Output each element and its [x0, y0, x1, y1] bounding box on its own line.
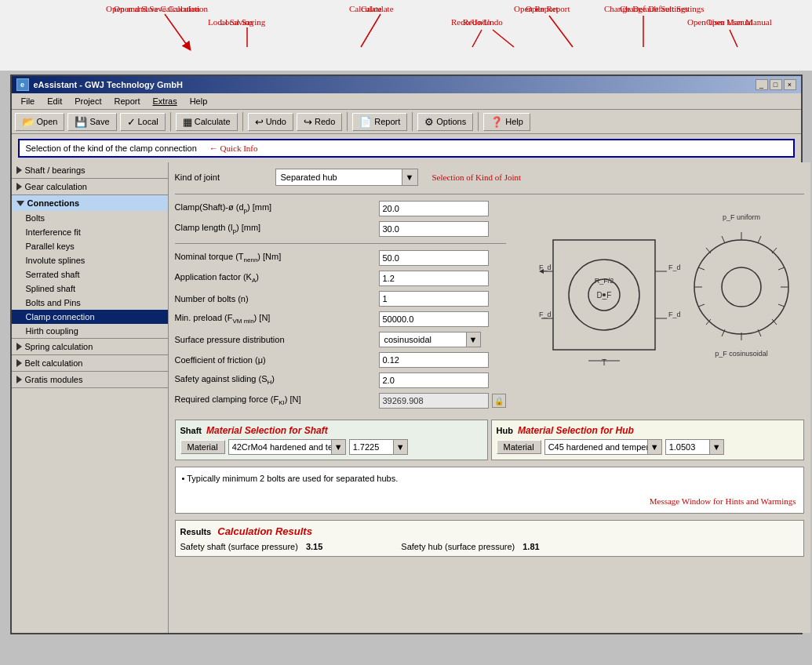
preload-label: Min. preload (FVM min) [N] — [175, 313, 379, 325]
sidebar-item-hirth[interactable]: Hirth coupling — [12, 324, 168, 338]
svg-text:R_F/2: R_F/2 — [594, 277, 614, 285]
surface-dropdown-arrow: ▼ — [469, 335, 478, 344]
hub-material-dropdown-btn[interactable]: ▼ — [647, 440, 661, 454]
redo-button[interactable]: ↪ Redo — [297, 113, 342, 131]
diagram-svg: D_F F_d F_d F_d F_d T — [522, 201, 804, 373]
minimize-button[interactable]: _ — [756, 79, 768, 90]
menu-file[interactable]: File — [15, 95, 42, 107]
app-factor-input[interactable] — [379, 271, 489, 286]
sidebar-item-parallel-keys[interactable]: Parallel keys — [12, 239, 168, 253]
lock-icon[interactable]: 🔒 — [492, 394, 506, 408]
sidebar-item-involute[interactable]: Involute splines — [12, 253, 168, 267]
local-button[interactable]: ✓ Local — [120, 113, 166, 131]
kind-of-joint-select[interactable]: Separated hub ▼ — [275, 169, 418, 186]
hub-material-code-select[interactable]: 1.0503 ▼ — [665, 439, 724, 455]
form-row-surface: Surface pressure distribution cosinusoid… — [175, 332, 506, 347]
svg-point-25 — [722, 267, 761, 307]
quick-info-container: Selection of the kind of the clamp conne… — [12, 134, 801, 162]
sidebar-header-shaft[interactable]: Shaft / bearings — [12, 162, 168, 178]
svg-line-41 — [722, 236, 725, 243]
options-button[interactable]: ⚙ Options — [417, 113, 473, 131]
sidebar: Shaft / bearings Gear calculation Connec… — [12, 162, 169, 633]
kind-of-joint-dropdown-btn[interactable]: ▼ — [402, 169, 417, 185]
sidebar-item-bolts[interactable]: Bolts — [12, 211, 168, 225]
result-hub: Safety hub (surface pressure) 1.81 — [401, 542, 539, 551]
sidebar-item-interference[interactable]: Interference fit — [12, 225, 168, 239]
sidebar-section-gear: Gear calculation — [12, 179, 168, 195]
clamping-label: Required clamping force (FKI) [N] — [175, 394, 379, 406]
hints-container: • Typically minimum 2 bolts are used for… — [175, 467, 804, 514]
quick-info-text: Selection of the kind of the clamp conne… — [26, 144, 197, 153]
sidebar-header-connections[interactable]: Connections — [12, 195, 168, 211]
hub-code-dropdown-btn[interactable]: ▼ — [709, 440, 723, 454]
sidebar-item-bolts-pins[interactable]: Bolts and Pins — [12, 296, 168, 310]
hub-material-select[interactable]: C45 hardened and temper... ▼ — [544, 439, 662, 455]
close-button[interactable]: × — [784, 79, 796, 90]
form-section: Clamp(Shaft)-ø (dp) [mm] Clamp length (l… — [175, 201, 804, 413]
form-row-app-factor: Application factor (KA) — [175, 271, 506, 286]
shaft-material-button[interactable]: Material — [180, 440, 225, 454]
shaft-material-code-select[interactable]: 1.7225 ▼ — [349, 439, 408, 455]
svg-text:F_d: F_d — [668, 311, 681, 318]
undo-label: Undo — [266, 117, 286, 126]
hints-text: • Typically minimum 2 bolts are used for… — [182, 474, 399, 483]
menu-edit[interactable]: Edit — [41, 95, 68, 107]
shaft-material-dropdown-btn[interactable]: ▼ — [331, 440, 345, 454]
surface-value: cosinusoidal — [380, 333, 466, 346]
clamp-diameter-input[interactable] — [379, 201, 489, 216]
svg-line-40 — [706, 248, 711, 253]
open-button[interactable]: 📂 Open — [15, 113, 65, 131]
svg-line-37 — [698, 304, 705, 307]
hub-material-row: Material C45 hardened and temper... ▼ 1.… — [497, 439, 799, 455]
shaft-title-label: Shaft — [180, 426, 202, 435]
triangle-right-icon-gear — [16, 183, 22, 191]
maximize-button[interactable]: □ — [770, 79, 782, 90]
svg-line-5 — [549, 16, 573, 47]
save-button[interactable]: 💾 Save — [67, 113, 116, 131]
diagram-area: D_F F_d F_d F_d F_d T — [522, 201, 804, 373]
bolts-input[interactable] — [379, 291, 489, 307]
preload-input[interactable] — [379, 311, 489, 327]
sidebar-header-gratis[interactable]: Gratis modules — [12, 372, 168, 387]
title-bar-controls[interactable]: _ □ × — [756, 79, 796, 90]
menu-extras[interactable]: Extras — [146, 95, 183, 107]
friction-input[interactable] — [379, 352, 489, 368]
menu-report[interactable]: Report — [107, 95, 146, 107]
help-label: Help — [505, 117, 523, 126]
shaft-material-select[interactable]: 42CrMo4 hardened and te... ▼ — [228, 439, 346, 455]
sidebar-item-clamp[interactable]: Clamp connection — [12, 310, 168, 324]
shaft-code-dropdown-btn[interactable]: ▼ — [393, 440, 407, 454]
sidebar-label-belt: Belt calculation — [25, 358, 83, 368]
svg-line-0 — [165, 14, 188, 47]
torque-input[interactable] — [379, 250, 489, 266]
svg-text:p_F uniform: p_F uniform — [722, 213, 759, 221]
sidebar-header-belt[interactable]: Belt calculation — [12, 355, 168, 371]
menu-project[interactable]: Project — [68, 95, 107, 107]
menu-help[interactable]: Help — [184, 95, 214, 107]
hub-material-value: C45 hardened and temper... — [545, 441, 647, 453]
surface-select[interactable]: cosinusoidal ▼ — [379, 332, 481, 347]
ann-redo-undo-text: Redo/Undo — [451, 17, 491, 27]
safety-input[interactable] — [379, 372, 489, 388]
open-label: Open — [37, 117, 58, 126]
report-label: Report — [374, 117, 400, 126]
form-row-clamp-diameter: Clamp(Shaft)-ø (dp) [mm] — [175, 201, 506, 216]
separator-1 — [175, 194, 804, 194]
undo-button[interactable]: ↩ Undo — [248, 113, 293, 131]
help-button[interactable]: ❓ Help — [483, 113, 530, 131]
report-button[interactable]: 📄 Report — [352, 113, 407, 131]
sidebar-header-gear[interactable]: Gear calculation — [12, 179, 168, 194]
save-icon: 💾 — [75, 116, 87, 128]
sidebar-label-connections: Connections — [27, 198, 80, 208]
form-row-clamp-length: Clamp length (lp) [mm] — [175, 221, 506, 237]
sidebar-section-shaft: Shaft / bearings — [12, 162, 168, 179]
hub-material-button[interactable]: Material — [497, 440, 541, 454]
hub-material-code: 1.0503 — [666, 441, 709, 453]
calculate-button[interactable]: ▦ Calculate — [176, 113, 238, 131]
surface-dropdown-btn[interactable]: ▼ — [466, 332, 480, 347]
sidebar-item-splined[interactable]: Splined shaft — [12, 282, 168, 296]
sidebar-item-serrated[interactable]: Serrated shaft — [12, 267, 168, 282]
clamp-length-input[interactable] — [379, 221, 489, 237]
toolbar-separator-5 — [478, 112, 479, 131]
sidebar-header-spring[interactable]: Spring calculation — [12, 339, 168, 354]
